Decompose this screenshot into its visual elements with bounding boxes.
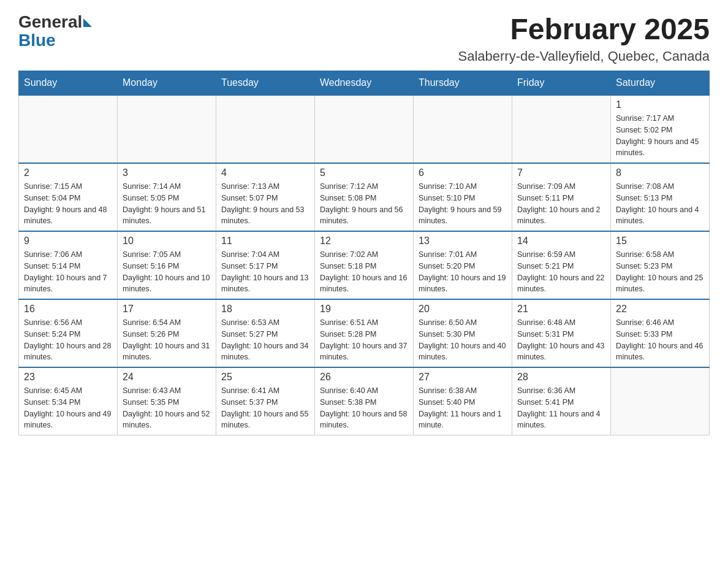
- day-info: Sunrise: 6:59 AMSunset: 5:21 PMDaylight:…: [517, 249, 605, 295]
- day-number: 18: [221, 304, 309, 315]
- day-info: Sunrise: 7:04 AMSunset: 5:17 PMDaylight:…: [221, 249, 309, 295]
- calendar-cell: 7Sunrise: 7:09 AMSunset: 5:11 PMDaylight…: [512, 163, 611, 231]
- day-number: 1: [616, 99, 704, 110]
- day-number: 7: [517, 167, 605, 178]
- day-info: Sunrise: 7:17 AMSunset: 5:02 PMDaylight:…: [616, 113, 704, 159]
- day-number: 6: [419, 167, 507, 178]
- day-number: 15: [616, 236, 704, 247]
- calendar-cell: 23Sunrise: 6:45 AMSunset: 5:34 PMDayligh…: [19, 367, 118, 435]
- day-number: 11: [221, 236, 309, 247]
- weekday-header-wednesday: Wednesday: [315, 71, 414, 96]
- day-info: Sunrise: 7:06 AMSunset: 5:14 PMDaylight:…: [24, 249, 112, 295]
- title-area: February 2025 Salaberry-de-Valleyfield, …: [458, 12, 710, 64]
- weekday-header-tuesday: Tuesday: [216, 71, 315, 96]
- day-number: 16: [24, 304, 112, 315]
- location-title: Salaberry-de-Valleyfield, Quebec, Canada: [458, 48, 710, 64]
- weekday-header-thursday: Thursday: [414, 71, 512, 96]
- day-number: 22: [616, 304, 704, 315]
- calendar-cell: 12Sunrise: 7:02 AMSunset: 5:18 PMDayligh…: [315, 231, 414, 299]
- day-info: Sunrise: 7:13 AMSunset: 5:07 PMDaylight:…: [221, 181, 309, 227]
- day-info: Sunrise: 7:01 AMSunset: 5:20 PMDaylight:…: [419, 249, 507, 295]
- weekday-header-row: SundayMondayTuesdayWednesdayThursdayFrid…: [19, 71, 710, 96]
- weekday-header-monday: Monday: [118, 71, 216, 96]
- day-info: Sunrise: 6:54 AMSunset: 5:26 PMDaylight:…: [123, 317, 211, 363]
- logo-triangle-icon: [83, 18, 92, 27]
- calendar-week-4: 16Sunrise: 6:56 AMSunset: 5:24 PMDayligh…: [19, 299, 710, 367]
- calendar-cell: 21Sunrise: 6:48 AMSunset: 5:31 PMDayligh…: [512, 299, 611, 367]
- day-info: Sunrise: 7:14 AMSunset: 5:05 PMDaylight:…: [123, 181, 211, 227]
- day-number: 27: [419, 372, 507, 383]
- day-number: 10: [123, 236, 211, 247]
- calendar-cell: 15Sunrise: 6:58 AMSunset: 5:23 PMDayligh…: [611, 231, 710, 299]
- weekday-header-friday: Friday: [512, 71, 611, 96]
- day-info: Sunrise: 6:51 AMSunset: 5:28 PMDaylight:…: [320, 317, 408, 363]
- calendar-cell: 16Sunrise: 6:56 AMSunset: 5:24 PMDayligh…: [19, 299, 118, 367]
- calendar-cell: 10Sunrise: 7:05 AMSunset: 5:16 PMDayligh…: [118, 231, 216, 299]
- calendar-cell: 8Sunrise: 7:08 AMSunset: 5:13 PMDaylight…: [611, 163, 710, 231]
- calendar-cell: 27Sunrise: 6:38 AMSunset: 5:40 PMDayligh…: [414, 367, 512, 435]
- page-header: General Blue February 2025 Salaberry-de-…: [18, 12, 710, 64]
- day-info: Sunrise: 7:09 AMSunset: 5:11 PMDaylight:…: [517, 181, 605, 227]
- logo-general-text: General: [18, 12, 82, 32]
- day-number: 17: [123, 304, 211, 315]
- day-number: 28: [517, 372, 605, 383]
- day-info: Sunrise: 6:45 AMSunset: 5:34 PMDaylight:…: [24, 385, 112, 431]
- day-info: Sunrise: 7:10 AMSunset: 5:10 PMDaylight:…: [419, 181, 507, 227]
- day-number: 5: [320, 167, 408, 178]
- calendar-cell: 4Sunrise: 7:13 AMSunset: 5:07 PMDaylight…: [216, 163, 315, 231]
- calendar-cell: 26Sunrise: 6:40 AMSunset: 5:38 PMDayligh…: [315, 367, 414, 435]
- day-number: 8: [616, 167, 704, 178]
- logo: General Blue: [18, 12, 92, 50]
- calendar-week-3: 9Sunrise: 7:06 AMSunset: 5:14 PMDaylight…: [19, 231, 710, 299]
- day-number: 9: [24, 236, 112, 247]
- calendar-week-2: 2Sunrise: 7:15 AMSunset: 5:04 PMDaylight…: [19, 163, 710, 231]
- day-info: Sunrise: 6:38 AMSunset: 5:40 PMDaylight:…: [419, 385, 507, 431]
- day-info: Sunrise: 6:48 AMSunset: 5:31 PMDaylight:…: [517, 317, 605, 363]
- calendar-cell: 18Sunrise: 6:53 AMSunset: 5:27 PMDayligh…: [216, 299, 315, 367]
- day-info: Sunrise: 6:43 AMSunset: 5:35 PMDaylight:…: [123, 385, 211, 431]
- weekday-header-saturday: Saturday: [611, 71, 710, 96]
- calendar-cell: [512, 95, 611, 163]
- calendar-cell: 11Sunrise: 7:04 AMSunset: 5:17 PMDayligh…: [216, 231, 315, 299]
- day-info: Sunrise: 6:56 AMSunset: 5:24 PMDaylight:…: [24, 317, 112, 363]
- day-info: Sunrise: 6:58 AMSunset: 5:23 PMDaylight:…: [616, 249, 704, 295]
- calendar-cell: 25Sunrise: 6:41 AMSunset: 5:37 PMDayligh…: [216, 367, 315, 435]
- calendar-cell: 6Sunrise: 7:10 AMSunset: 5:10 PMDaylight…: [414, 163, 512, 231]
- day-info: Sunrise: 6:46 AMSunset: 5:33 PMDaylight:…: [616, 317, 704, 363]
- day-number: 23: [24, 372, 112, 383]
- weekday-header-sunday: Sunday: [19, 71, 118, 96]
- calendar-cell: [414, 95, 512, 163]
- day-info: Sunrise: 6:36 AMSunset: 5:41 PMDaylight:…: [517, 385, 605, 431]
- day-number: 4: [221, 167, 309, 178]
- day-number: 2: [24, 167, 112, 178]
- day-info: Sunrise: 6:50 AMSunset: 5:30 PMDaylight:…: [419, 317, 507, 363]
- day-number: 20: [419, 304, 507, 315]
- day-info: Sunrise: 7:02 AMSunset: 5:18 PMDaylight:…: [320, 249, 408, 295]
- day-number: 26: [320, 372, 408, 383]
- day-number: 19: [320, 304, 408, 315]
- calendar-table: SundayMondayTuesdayWednesdayThursdayFrid…: [18, 71, 710, 435]
- calendar-cell: [611, 367, 710, 435]
- day-number: 12: [320, 236, 408, 247]
- logo-blue-text: Blue: [18, 31, 56, 50]
- calendar-cell: [19, 95, 118, 163]
- calendar-cell: 3Sunrise: 7:14 AMSunset: 5:05 PMDaylight…: [118, 163, 216, 231]
- day-number: 14: [517, 236, 605, 247]
- calendar-cell: 2Sunrise: 7:15 AMSunset: 5:04 PMDaylight…: [19, 163, 118, 231]
- calendar-cell: 9Sunrise: 7:06 AMSunset: 5:14 PMDaylight…: [19, 231, 118, 299]
- calendar-cell: [315, 95, 414, 163]
- calendar-cell: 17Sunrise: 6:54 AMSunset: 5:26 PMDayligh…: [118, 299, 216, 367]
- day-info: Sunrise: 6:41 AMSunset: 5:37 PMDaylight:…: [221, 385, 309, 431]
- day-number: 21: [517, 304, 605, 315]
- day-number: 25: [221, 372, 309, 383]
- calendar-cell: 1Sunrise: 7:17 AMSunset: 5:02 PMDaylight…: [611, 95, 710, 163]
- day-info: Sunrise: 7:12 AMSunset: 5:08 PMDaylight:…: [320, 181, 408, 227]
- day-info: Sunrise: 7:05 AMSunset: 5:16 PMDaylight:…: [123, 249, 211, 295]
- calendar-cell: 19Sunrise: 6:51 AMSunset: 5:28 PMDayligh…: [315, 299, 414, 367]
- calendar-cell: 5Sunrise: 7:12 AMSunset: 5:08 PMDaylight…: [315, 163, 414, 231]
- calendar-cell: [118, 95, 216, 163]
- day-number: 24: [123, 372, 211, 383]
- calendar-week-5: 23Sunrise: 6:45 AMSunset: 5:34 PMDayligh…: [19, 367, 710, 435]
- calendar-cell: 14Sunrise: 6:59 AMSunset: 5:21 PMDayligh…: [512, 231, 611, 299]
- calendar-cell: 24Sunrise: 6:43 AMSunset: 5:35 PMDayligh…: [118, 367, 216, 435]
